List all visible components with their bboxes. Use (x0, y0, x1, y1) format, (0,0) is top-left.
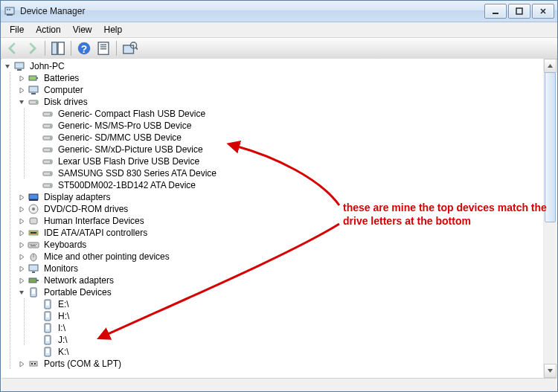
maximize-button[interactable] (508, 4, 530, 19)
svg-rect-70 (30, 362, 37, 366)
minimize-button[interactable] (484, 4, 507, 19)
svg-rect-63 (46, 313, 49, 318)
svg-rect-16 (15, 62, 24, 68)
tree-node-mice[interactable]: Mice and other pointing devices (3, 251, 557, 263)
computer-icon (28, 84, 39, 96)
device-tree[interactable]: John-PC Batteries Computer Di (1, 59, 557, 378)
tree-node-disk[interactable]: Generic- SM/xD-Picture USB Device (3, 144, 557, 155)
back-button[interactable] (4, 39, 22, 57)
tree-node-disk[interactable]: Generic- Compact Flash USB Device (3, 108, 557, 120)
node-label: Mice and other pointing devices (42, 251, 171, 263)
close-button[interactable] (532, 4, 554, 19)
scroll-up-button[interactable] (544, 59, 557, 73)
scroll-down-button[interactable] (544, 364, 557, 378)
tree-node-network[interactable]: Network adapters (3, 274, 557, 286)
tree-node-root[interactable]: John-PC (3, 60, 557, 72)
battery-icon (28, 72, 39, 84)
expand-icon[interactable] (17, 193, 26, 202)
expand-icon[interactable] (17, 276, 26, 285)
svg-text:?: ? (81, 44, 87, 55)
expand-icon[interactable] (17, 216, 26, 225)
svg-rect-20 (29, 86, 38, 92)
expand-icon[interactable] (17, 86, 26, 94)
forward-button[interactable] (23, 39, 41, 57)
expand-icon[interactable] (17, 252, 26, 261)
tree-node-hid[interactable]: Human Interface Devices (3, 215, 557, 227)
svg-rect-18 (29, 76, 36, 80)
menu-action[interactable]: Action (30, 23, 66, 36)
help-button[interactable]: ? (75, 39, 93, 57)
node-label: Lexar USB Flash Drive USB Device (57, 155, 201, 167)
scan-hardware-button[interactable] (121, 39, 138, 57)
expand-icon[interactable] (17, 359, 26, 368)
tree-node-keyboards[interactable]: Keyboards (3, 239, 557, 251)
svg-rect-39 (29, 199, 38, 201)
svg-rect-69 (46, 349, 49, 353)
statusbar (1, 378, 557, 391)
svg-rect-11 (100, 45, 106, 45)
node-label: John-PC (28, 60, 66, 72)
tree-node-disk-drives[interactable]: Disk drives (3, 96, 557, 108)
portable-device-icon (42, 346, 54, 358)
collapse-icon[interactable] (3, 62, 12, 71)
node-label: DVD/CD-ROM drives (42, 203, 129, 215)
disk-drive-icon (42, 144, 54, 155)
portable-device-icon (42, 310, 54, 322)
menu-help[interactable]: Help (98, 23, 129, 36)
expand-icon[interactable] (17, 205, 26, 213)
scrollbar-vertical[interactable] (543, 59, 557, 378)
tree-node-disk[interactable]: Generic- SD/MMC USB Device (3, 132, 557, 144)
tree-node-portable[interactable]: J:\ (3, 334, 557, 346)
tree-node-disk[interactable]: ST500DM002-1BD142 ATA Device (3, 179, 557, 191)
tree-node-portable-devices[interactable]: Portable Devices (3, 286, 557, 298)
disk-drive-icon (42, 167, 54, 179)
svg-point-29 (50, 138, 51, 139)
tree-node-portable[interactable]: E:\ (3, 298, 557, 310)
disk-drive-icon (42, 155, 54, 167)
menu-view[interactable]: View (67, 23, 98, 36)
tree-node-portable[interactable]: K:\ (3, 346, 557, 358)
client-area: John-PC Batteries Computer Di (1, 59, 557, 378)
menu-file[interactable]: File (4, 23, 30, 36)
properties-button[interactable] (94, 39, 112, 57)
tree-node-disk[interactable]: Generic- MS/MS-Pro USB Device (3, 120, 557, 132)
svg-rect-55 (32, 271, 35, 273)
tree-node-portable[interactable]: I:\ (3, 322, 557, 334)
dvd-drive-icon (28, 203, 39, 215)
device-manager-window: Device Manager File Action View Help ? (0, 0, 558, 392)
expand-icon[interactable] (17, 264, 26, 273)
node-label: SAMSUNG SSD 830 Series ATA Device (57, 167, 218, 179)
expand-icon[interactable] (17, 228, 26, 237)
svg-rect-49 (34, 244, 35, 245)
collapse-icon[interactable] (17, 288, 26, 297)
svg-point-3 (9, 9, 10, 10)
tree-node-portable[interactable]: H:\ (3, 310, 557, 322)
keyboard-icon (28, 239, 39, 251)
node-label: I:\ (57, 322, 67, 334)
svg-point-37 (50, 185, 51, 187)
svg-point-2 (7, 9, 8, 10)
show-hide-console-tree-button[interactable] (49, 39, 67, 57)
expand-icon[interactable] (17, 240, 26, 249)
node-label: Display adapters (42, 191, 112, 203)
svg-rect-71 (31, 363, 33, 364)
portable-device-icon (28, 286, 39, 298)
collapse-icon[interactable] (17, 97, 26, 106)
node-label: ST500DM002-1BD142 ATA Device (57, 179, 197, 191)
scroll-thumb[interactable] (545, 72, 556, 222)
svg-rect-6 (52, 42, 57, 55)
svg-rect-14 (124, 45, 134, 54)
expand-icon[interactable] (17, 74, 26, 83)
tree-node-batteries[interactable]: Batteries (3, 72, 557, 84)
tree-node-disk[interactable]: Lexar USB Flash Drive USB Device (3, 155, 557, 167)
tree-node-disk[interactable]: SAMSUNG SSD 830 Series ATA Device (3, 167, 557, 179)
tree-node-dvd[interactable]: DVD/CD-ROM drives (3, 203, 557, 215)
svg-rect-17 (17, 69, 22, 71)
svg-rect-59 (32, 289, 35, 294)
tree-node-ide[interactable]: IDE ATA/ATAPI controllers (3, 227, 557, 239)
tree-node-monitors[interactable]: Monitors (3, 263, 557, 274)
mouse-icon (28, 251, 39, 263)
tree-node-computer[interactable]: Computer (3, 84, 557, 96)
tree-node-ports[interactable]: Ports (COM & LPT) (3, 358, 557, 370)
tree-node-display-adapters[interactable]: Display adapters (3, 191, 557, 203)
